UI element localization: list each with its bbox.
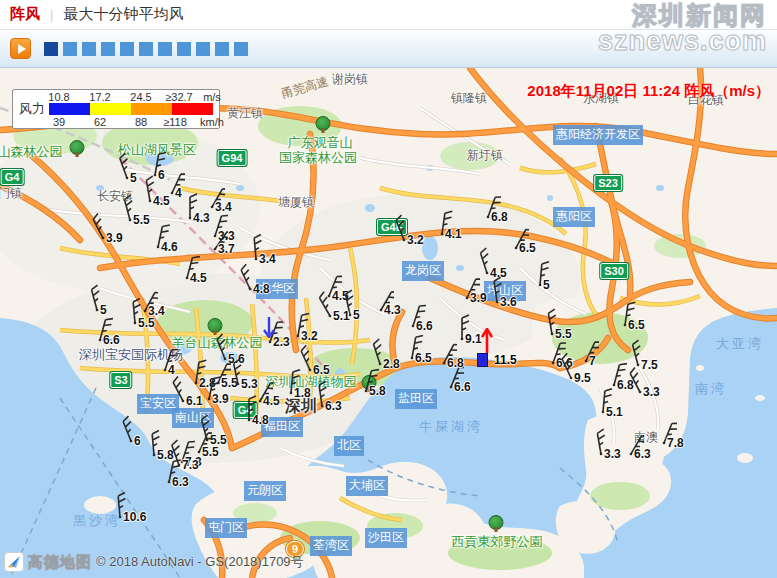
timeline-step-3[interactable] <box>82 42 96 56</box>
wind-value: 6.6 <box>454 380 471 394</box>
header-separator: | <box>50 7 53 22</box>
wind-value: 4.3 <box>384 303 401 317</box>
wind-value: 5.5 <box>133 213 150 227</box>
wind-value: 6.8 <box>447 356 464 370</box>
timeline-step-1[interactable] <box>44 42 58 56</box>
legend-color-segment-1 <box>49 103 90 115</box>
wind-value: 3.2 <box>407 233 424 247</box>
wind-value: 6.3 <box>325 399 342 413</box>
wind-value: 5.1 <box>606 405 623 419</box>
wind-value: 10.6 <box>123 510 146 524</box>
timeline-step-8[interactable] <box>177 42 191 56</box>
legend-color-segment-3 <box>131 103 172 115</box>
wind-value: 6.6 <box>103 333 120 347</box>
map-canvas[interactable]: 惠阳经济开发区惠阳区龙岗区龙华区坪山区宝安区南山区福田区盐田区北区元朗区屯门区大… <box>0 68 777 578</box>
timeline-bar <box>0 30 777 68</box>
wind-value: 6.5 <box>415 351 432 365</box>
wind-value: 7.8 <box>667 436 684 450</box>
legend-ticks-kmh: 396288≥118km/h <box>49 116 219 127</box>
legend-tick: km/h <box>200 116 224 128</box>
legend-tick: 39 <box>53 116 65 128</box>
play-icon <box>18 44 26 54</box>
wind-value: 7.3 <box>182 458 199 472</box>
wind-value: 6.3 <box>172 475 189 489</box>
wind-value: 3.2 <box>301 329 318 343</box>
wind-value: 2.3 <box>273 335 290 349</box>
timeline-step-4[interactable] <box>101 42 115 56</box>
wind-value: 5.5 <box>202 445 219 459</box>
wind-value: 6.6 <box>416 319 433 333</box>
wind-value: 6.3 <box>634 447 651 461</box>
wind-legend: 风力 10.817.224.5≥32.7m/s 396288≥118km/h <box>12 89 220 129</box>
legend-tick: 17.2 <box>89 91 110 103</box>
copyright-text: © 2018 AutoNavi - GS(2018)1709号 <box>96 553 304 571</box>
legend-tick: 24.5 <box>130 91 151 103</box>
header: 阵风 | 最大十分钟平均风 <box>0 0 777 30</box>
app-root: 阵风 | 最大十分钟平均风 深圳新闻网 sznews.com <box>0 0 777 578</box>
map-attribution: 高德地图 © 2018 AutoNavi - GS(2018)1709号 <box>4 552 304 572</box>
wind-value: 5 <box>353 308 360 322</box>
wind-value: 6 <box>134 434 141 448</box>
wind-value: 9.1 <box>465 332 482 346</box>
wind-value: 5 <box>543 278 550 292</box>
wind-value: 6.5 <box>519 241 536 255</box>
timeline-steps <box>44 42 248 56</box>
wind-value: 3.3 <box>643 385 660 399</box>
timestamp-label: 2018年11月02日 11:24 阵风（m/s） <box>527 82 770 101</box>
wind-value: 4.5 <box>263 394 280 408</box>
legend-ticks-ms: 10.817.224.5≥32.7m/s <box>49 91 219 102</box>
wind-value: 9.5 <box>574 371 591 385</box>
legend-color-bar <box>49 103 213 115</box>
wind-value: 4.8 <box>253 282 270 296</box>
wind-value: 4.5 <box>190 271 207 285</box>
legend-color-segment-2 <box>90 103 131 115</box>
timeline-step-10[interactable] <box>215 42 229 56</box>
wind-value: 3.6 <box>500 295 517 309</box>
wind-value: 6.5 <box>628 318 645 332</box>
wind-value: 5.5 <box>138 316 155 330</box>
wind-value: 4.5 <box>153 194 170 208</box>
timeline-step-5[interactable] <box>120 42 134 56</box>
wind-value: 5.8 <box>369 384 386 398</box>
play-button[interactable] <box>10 38 31 59</box>
wind-value: 4.1 <box>445 227 462 241</box>
legend-tick: ≥118 <box>163 116 187 128</box>
legend-scale: 10.817.224.5≥32.7m/s 396288≥118km/h <box>49 91 219 127</box>
wind-value: 5.1 <box>333 309 350 323</box>
wind-barbs-layer: 5644.53.44.33.33.94.63.75.56.83.24.16.53… <box>0 68 777 578</box>
wind-value: 3.9 <box>212 392 229 406</box>
wind-value: 2.8 <box>383 357 400 371</box>
wind-value: 3.7 <box>218 242 235 256</box>
wind-value: 5 <box>130 171 137 185</box>
legend-tick: 88 <box>135 116 147 128</box>
legend-tick: m/s <box>203 91 221 103</box>
wind-value: 3.9 <box>106 231 123 245</box>
wind-value: 4.8 <box>252 413 269 427</box>
wind-value: 6.5 <box>313 363 330 377</box>
legend-tick: 62 <box>94 116 106 128</box>
wind-value: 7 <box>589 354 596 368</box>
amap-logo-text: 高德地图 <box>28 553 92 572</box>
legend-title: 风力 <box>19 100 45 118</box>
timeline-step-9[interactable] <box>196 42 210 56</box>
tab-max-10min-avg-wind[interactable]: 最大十分钟平均风 <box>63 5 183 24</box>
timeline-step-7[interactable] <box>158 42 172 56</box>
legend-tick: ≥32.7 <box>165 91 192 103</box>
legend-color-segment-4 <box>172 103 213 115</box>
timeline-step-6[interactable] <box>139 42 153 56</box>
amap-logo-icon <box>4 552 24 572</box>
timeline-step-2[interactable] <box>63 42 77 56</box>
tab-gust[interactable]: 阵风 <box>10 5 40 24</box>
legend-tick: 10.8 <box>48 91 69 103</box>
timeline-step-11[interactable] <box>234 42 248 56</box>
